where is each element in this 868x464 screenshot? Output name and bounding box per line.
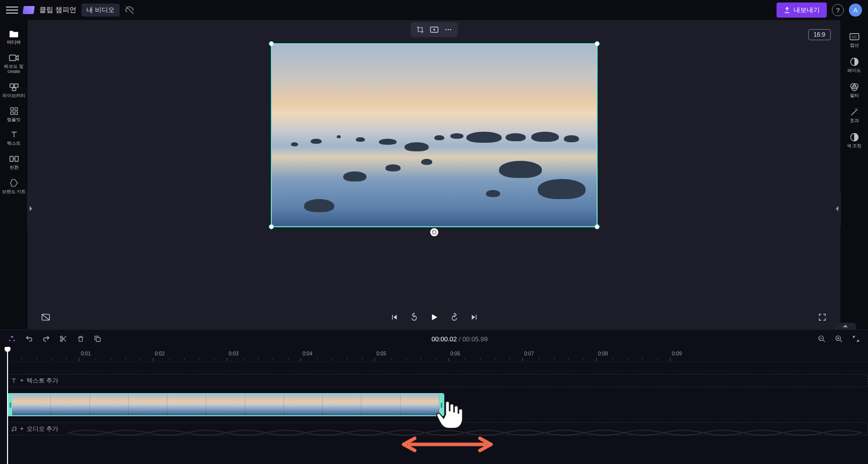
sidebar-item-label: 레코드 및 create [1,64,27,74]
svg-rect-6 [15,108,17,110]
sidebar-item-label: 브랜드 키트 [2,190,26,195]
video-preview [272,44,597,226]
sidebar-item-transition[interactable]: 전환 [1,151,27,173]
right-sidebar: CC 캡션 페이드 필터 효과 [840,20,868,329]
ruler-tick: 0:01 [81,351,90,356]
sidebar-item-effects[interactable]: 효과 [841,105,867,127]
fit-button[interactable] [428,24,441,35]
music-icon [11,426,17,432]
svg-rect-10 [15,156,18,161]
ruler-tick: 0:09 [672,351,682,356]
add-plus-icon: + [20,377,24,384]
brand-logo [23,6,35,14]
undo-button[interactable] [24,334,34,344]
svg-rect-1 [9,55,16,60]
help-button[interactable]: ? [832,4,844,16]
clip-trim-handle-right[interactable]: || [439,394,443,415]
clip-thumbnails [12,394,439,415]
project-name[interactable]: 내 비디오 [81,4,120,17]
current-time: 00:00.02 [431,335,457,343]
menu-button[interactable] [6,4,18,16]
svg-line-0 [126,7,133,14]
avatar-initial: A [853,7,858,14]
sidebar-item-fade[interactable]: 페이드 [841,54,867,76]
svg-point-31 [15,429,16,430]
sidebar-item-text[interactable]: 텍스트 [1,127,27,149]
clip-thumbnail [361,394,400,415]
redo-button[interactable] [41,334,51,344]
cloud-sync-off-icon[interactable] [125,5,135,15]
upload-icon [784,7,791,14]
export-label: 내보내기 [794,6,820,15]
step-forward-button[interactable] [449,312,460,323]
more-options-button[interactable] [442,24,455,35]
resize-handle-bottom-right[interactable] [595,224,600,229]
waveform-icon [68,426,862,440]
time-separator: / [459,335,461,343]
audio-track[interactable]: + 오디오 추가 [7,422,868,435]
crop-button[interactable] [414,24,427,35]
cc-icon: CC [849,32,860,41]
svg-point-15 [450,29,451,30]
filter-icon [849,82,860,91]
right-sidebar-collapse[interactable] [834,191,841,226]
brand-name: 클립 챔피언 [39,6,76,15]
resize-handle-top-right[interactable] [595,41,600,46]
magic-button[interactable] [7,334,17,344]
sidebar-item-captions[interactable]: CC 캡션 [841,29,867,51]
play-button[interactable] [429,312,440,323]
clip-thumbnail [51,394,89,415]
step-back-button[interactable] [409,312,420,323]
sidebar-item-label: 필터 [850,94,859,99]
video-canvas[interactable] [271,43,598,227]
library-icon [9,82,20,91]
skip-end-button[interactable] [469,312,480,323]
sidebar-item-record[interactable]: 레코드 및 create [1,50,27,77]
sidebar-item-label: 미디어 [7,40,21,45]
ruler-tick: 0:06 [450,351,460,356]
svg-rect-8 [15,112,17,114]
playhead[interactable] [7,348,8,464]
text-track[interactable]: + 텍스트 추가 [7,374,868,387]
svg-point-14 [447,29,448,30]
clip-thumbnail [12,394,51,415]
split-button[interactable] [58,334,68,344]
hide-preview-button[interactable] [40,312,51,323]
export-button[interactable]: 내보내기 [777,3,827,18]
svg-rect-2 [10,83,13,87]
timeline-ruler[interactable]: 0:010:020:030:040:050:060:070:080:09 [7,348,868,362]
sidebar-item-templates[interactable]: 템플릿 [1,104,27,126]
clip-thumbnail [323,394,361,415]
ruler-tick: 0:02 [155,351,164,356]
video-clip[interactable]: || || [7,393,444,416]
zoom-out-button[interactable] [817,334,827,344]
clip-trim-handle-left[interactable]: || [8,394,12,415]
aspect-ratio-button[interactable]: 16:9 [808,29,831,40]
delete-button[interactable] [75,334,85,344]
timeline-collapse-button[interactable] [835,323,856,330]
resize-handle-top-left[interactable] [269,41,274,46]
text-icon [11,378,17,384]
fullscreen-button[interactable] [817,312,828,323]
sidebar-item-library[interactable]: 라이브러리 [1,79,27,102]
resize-handle-bottom-left[interactable] [269,224,274,229]
camera-icon [9,53,20,62]
svg-point-13 [445,29,446,30]
zoom-in-button[interactable] [834,334,844,344]
svg-rect-3 [14,83,18,87]
sidebar-item-media[interactable]: 미디어 [1,26,27,48]
duplicate-button[interactable] [92,334,103,344]
svg-text:CC: CC [851,35,856,39]
sidebar-item-coloradjust[interactable]: 색 조정 [841,130,867,152]
ruler-tick: 0:08 [598,351,608,356]
sidebar-item-brandkit[interactable]: 브랜드 키트 [1,175,27,198]
sidebar-item-filters[interactable]: 필터 [841,79,867,102]
rotate-handle[interactable] [430,228,438,236]
svg-rect-7 [11,112,13,114]
user-avatar[interactable]: A [849,4,862,17]
svg-rect-9 [10,156,13,161]
fit-timeline-button[interactable] [851,334,861,344]
skip-start-button[interactable] [389,312,400,323]
svg-line-17 [42,314,50,320]
audio-track-label: 오디오 추가 [27,425,58,433]
